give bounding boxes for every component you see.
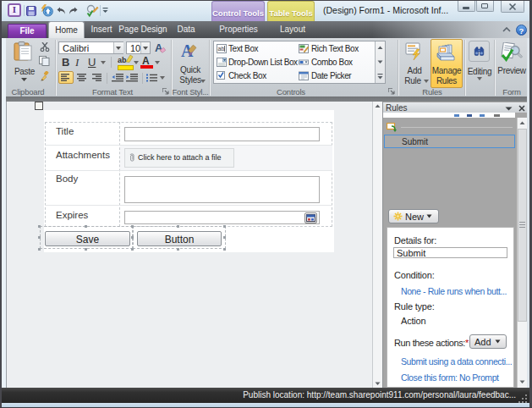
svg-text:ab: ab: [218, 46, 225, 52]
